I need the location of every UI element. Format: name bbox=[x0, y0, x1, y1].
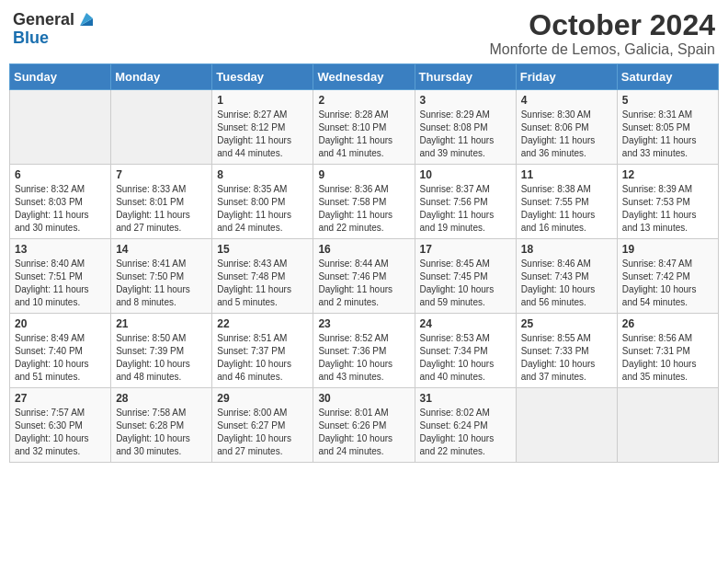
day-info: Sunrise: 8:32 AM Sunset: 8:03 PM Dayligh… bbox=[15, 183, 106, 235]
day-number: 29 bbox=[217, 392, 308, 405]
logo-icon bbox=[76, 9, 97, 29]
calendar-day-cell bbox=[516, 388, 617, 463]
calendar-day-cell: 28Sunrise: 7:58 AM Sunset: 6:28 PM Dayli… bbox=[111, 388, 212, 463]
weekday-header-row: SundayMondayTuesdayWednesdayThursdayFrid… bbox=[10, 64, 719, 90]
calendar-week-row: 20Sunrise: 8:49 AM Sunset: 7:40 PM Dayli… bbox=[10, 314, 719, 388]
day-number: 30 bbox=[318, 392, 409, 405]
day-info: Sunrise: 8:39 AM Sunset: 7:53 PM Dayligh… bbox=[622, 183, 713, 235]
calendar-day-cell bbox=[617, 388, 718, 463]
day-number: 8 bbox=[217, 168, 308, 181]
day-number: 6 bbox=[15, 168, 106, 181]
day-number: 16 bbox=[318, 243, 409, 256]
calendar-day-cell: 17Sunrise: 8:45 AM Sunset: 7:45 PM Dayli… bbox=[415, 239, 516, 314]
calendar-day-cell: 26Sunrise: 8:56 AM Sunset: 7:31 PM Dayli… bbox=[617, 314, 718, 388]
day-number: 1 bbox=[217, 94, 308, 107]
calendar-day-cell: 5Sunrise: 8:31 AM Sunset: 8:05 PM Daylig… bbox=[617, 90, 718, 165]
day-info: Sunrise: 8:28 AM Sunset: 8:10 PM Dayligh… bbox=[318, 109, 409, 160]
day-number: 22 bbox=[217, 317, 308, 330]
day-info: Sunrise: 8:47 AM Sunset: 7:42 PM Dayligh… bbox=[622, 258, 713, 309]
day-info: Sunrise: 8:49 AM Sunset: 7:40 PM Dayligh… bbox=[15, 332, 106, 384]
day-info: Sunrise: 8:56 AM Sunset: 7:31 PM Dayligh… bbox=[622, 332, 713, 384]
calendar-day-cell: 20Sunrise: 8:49 AM Sunset: 7:40 PM Dayli… bbox=[10, 314, 111, 388]
day-info: Sunrise: 8:29 AM Sunset: 8:08 PM Dayligh… bbox=[420, 109, 511, 160]
logo-blue-text: Blue bbox=[13, 29, 49, 46]
calendar-day-cell: 9Sunrise: 8:36 AM Sunset: 7:58 PM Daylig… bbox=[313, 165, 415, 239]
day-number: 28 bbox=[116, 392, 207, 405]
day-info: Sunrise: 8:44 AM Sunset: 7:46 PM Dayligh… bbox=[318, 258, 409, 309]
logo: General Blue bbox=[13, 9, 97, 46]
day-info: Sunrise: 8:02 AM Sunset: 6:24 PM Dayligh… bbox=[420, 407, 511, 458]
calendar-day-cell: 31Sunrise: 8:02 AM Sunset: 6:24 PM Dayli… bbox=[415, 388, 516, 463]
day-number: 13 bbox=[15, 243, 106, 256]
day-info: Sunrise: 8:51 AM Sunset: 7:37 PM Dayligh… bbox=[217, 332, 308, 384]
page-header: General Blue October 2024 Monforte de Le… bbox=[9, 9, 719, 58]
calendar-week-row: 1Sunrise: 8:27 AM Sunset: 8:12 PM Daylig… bbox=[10, 90, 719, 165]
day-number: 2 bbox=[318, 94, 409, 107]
day-number: 18 bbox=[521, 243, 612, 256]
day-number: 9 bbox=[318, 168, 409, 181]
day-info: Sunrise: 8:37 AM Sunset: 7:56 PM Dayligh… bbox=[420, 183, 511, 235]
weekday-header-cell: Friday bbox=[516, 64, 617, 90]
calendar-day-cell: 16Sunrise: 8:44 AM Sunset: 7:46 PM Dayli… bbox=[313, 239, 415, 314]
day-info: Sunrise: 8:41 AM Sunset: 7:50 PM Dayligh… bbox=[116, 258, 207, 309]
day-info: Sunrise: 8:55 AM Sunset: 7:33 PM Dayligh… bbox=[521, 332, 612, 384]
day-info: Sunrise: 8:52 AM Sunset: 7:36 PM Dayligh… bbox=[318, 332, 409, 384]
day-info: Sunrise: 8:33 AM Sunset: 8:01 PM Dayligh… bbox=[116, 183, 207, 235]
calendar-day-cell: 25Sunrise: 8:55 AM Sunset: 7:33 PM Dayli… bbox=[516, 314, 617, 388]
day-info: Sunrise: 8:40 AM Sunset: 7:51 PM Dayligh… bbox=[15, 258, 106, 309]
day-number: 25 bbox=[521, 317, 612, 330]
day-number: 27 bbox=[15, 392, 106, 405]
calendar-day-cell: 6Sunrise: 8:32 AM Sunset: 8:03 PM Daylig… bbox=[10, 165, 111, 239]
weekday-header-cell: Saturday bbox=[617, 64, 718, 90]
weekday-header-cell: Sunday bbox=[10, 64, 111, 90]
calendar-day-cell: 15Sunrise: 8:43 AM Sunset: 7:48 PM Dayli… bbox=[212, 239, 313, 314]
day-number: 26 bbox=[622, 317, 713, 330]
calendar-week-row: 13Sunrise: 8:40 AM Sunset: 7:51 PM Dayli… bbox=[10, 239, 719, 314]
weekday-header-cell: Monday bbox=[111, 64, 212, 90]
calendar-day-cell: 24Sunrise: 8:53 AM Sunset: 7:34 PM Dayli… bbox=[415, 314, 516, 388]
calendar-day-cell: 29Sunrise: 8:00 AM Sunset: 6:27 PM Dayli… bbox=[212, 388, 313, 463]
calendar-day-cell: 8Sunrise: 8:35 AM Sunset: 8:00 PM Daylig… bbox=[212, 165, 313, 239]
day-number: 3 bbox=[420, 94, 511, 107]
calendar-day-cell: 11Sunrise: 8:38 AM Sunset: 7:55 PM Dayli… bbox=[516, 165, 617, 239]
day-number: 21 bbox=[116, 317, 207, 330]
day-number: 14 bbox=[116, 243, 207, 256]
day-info: Sunrise: 8:01 AM Sunset: 6:26 PM Dayligh… bbox=[318, 407, 409, 458]
calendar-day-cell bbox=[111, 90, 212, 165]
day-info: Sunrise: 7:57 AM Sunset: 6:30 PM Dayligh… bbox=[15, 407, 106, 458]
calendar-day-cell: 1Sunrise: 8:27 AM Sunset: 8:12 PM Daylig… bbox=[212, 90, 313, 165]
calendar-day-cell: 13Sunrise: 8:40 AM Sunset: 7:51 PM Dayli… bbox=[10, 239, 111, 314]
title-block: October 2024 Monforte de Lemos, Galicia,… bbox=[490, 9, 715, 58]
day-number: 12 bbox=[622, 168, 713, 181]
day-info: Sunrise: 8:31 AM Sunset: 8:05 PM Dayligh… bbox=[622, 109, 713, 160]
calendar-week-row: 6Sunrise: 8:32 AM Sunset: 8:03 PM Daylig… bbox=[10, 165, 719, 239]
calendar-day-cell: 12Sunrise: 8:39 AM Sunset: 7:53 PM Dayli… bbox=[617, 165, 718, 239]
calendar-day-cell: 30Sunrise: 8:01 AM Sunset: 6:26 PM Dayli… bbox=[313, 388, 415, 463]
calendar-day-cell: 4Sunrise: 8:30 AM Sunset: 8:06 PM Daylig… bbox=[516, 90, 617, 165]
day-number: 31 bbox=[420, 392, 511, 405]
calendar-day-cell: 19Sunrise: 8:47 AM Sunset: 7:42 PM Dayli… bbox=[617, 239, 718, 314]
calendar-day-cell: 7Sunrise: 8:33 AM Sunset: 8:01 PM Daylig… bbox=[111, 165, 212, 239]
day-number: 11 bbox=[521, 168, 612, 181]
calendar-day-cell: 27Sunrise: 7:57 AM Sunset: 6:30 PM Dayli… bbox=[10, 388, 111, 463]
calendar-day-cell: 14Sunrise: 8:41 AM Sunset: 7:50 PM Dayli… bbox=[111, 239, 212, 314]
day-info: Sunrise: 8:38 AM Sunset: 7:55 PM Dayligh… bbox=[521, 183, 612, 235]
day-info: Sunrise: 8:36 AM Sunset: 7:58 PM Dayligh… bbox=[318, 183, 409, 235]
day-number: 10 bbox=[420, 168, 511, 181]
calendar-day-cell bbox=[10, 90, 111, 165]
weekday-header-cell: Wednesday bbox=[313, 64, 415, 90]
day-info: Sunrise: 8:53 AM Sunset: 7:34 PM Dayligh… bbox=[420, 332, 511, 384]
day-number: 5 bbox=[622, 94, 713, 107]
calendar-day-cell: 23Sunrise: 8:52 AM Sunset: 7:36 PM Dayli… bbox=[313, 314, 415, 388]
logo-general-text: General bbox=[13, 11, 74, 28]
calendar-body: 1Sunrise: 8:27 AM Sunset: 8:12 PM Daylig… bbox=[10, 90, 719, 463]
day-info: Sunrise: 8:30 AM Sunset: 8:06 PM Dayligh… bbox=[521, 109, 612, 160]
location-title: Monforte de Lemos, Galicia, Spain bbox=[490, 41, 715, 58]
calendar-week-row: 27Sunrise: 7:57 AM Sunset: 6:30 PM Dayli… bbox=[10, 388, 719, 463]
day-number: 4 bbox=[521, 94, 612, 107]
day-number: 19 bbox=[622, 243, 713, 256]
day-info: Sunrise: 8:35 AM Sunset: 8:00 PM Dayligh… bbox=[217, 183, 308, 235]
day-number: 24 bbox=[420, 317, 511, 330]
calendar-day-cell: 10Sunrise: 8:37 AM Sunset: 7:56 PM Dayli… bbox=[415, 165, 516, 239]
day-info: Sunrise: 8:00 AM Sunset: 6:27 PM Dayligh… bbox=[217, 407, 308, 458]
